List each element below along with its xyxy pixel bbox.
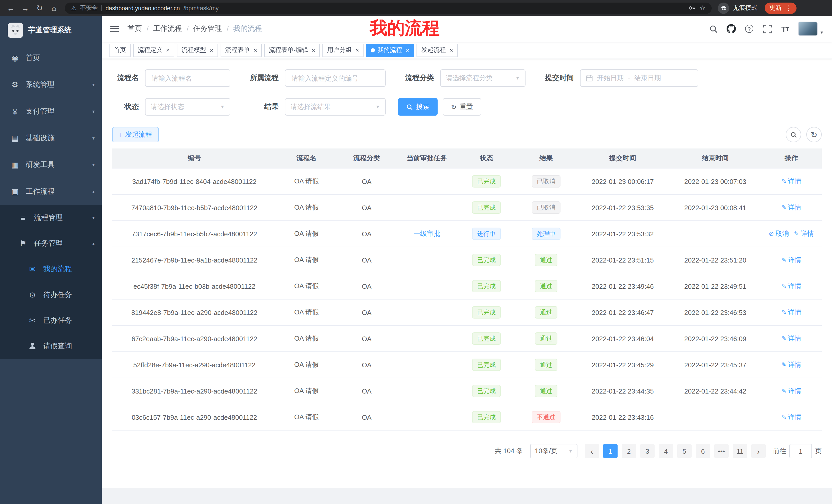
cell-process-name: OA 请假 [277,326,336,352]
sidebar-item-home[interactable]: ◉ 首页 [0,45,102,72]
cell-id: 331bc281-7b9a-11ec-a290-acde48001122 [112,378,277,404]
next-page-button[interactable]: › [751,444,766,458]
browser-chrome: ← → ↻ ⌂ ⚠ 不安全 dashboard.yudao.iocoder.cn… [0,0,832,16]
result-badge: 已取消 [532,201,561,214]
refresh-icon: ↻ [811,130,817,139]
page-button-4[interactable]: 4 [659,444,673,458]
header-search-icon[interactable] [708,24,718,34]
github-icon[interactable] [726,24,736,34]
browser-reload-icon[interactable]: ↻ [33,2,46,14]
sidebar-item-my-process[interactable]: ✉ 我的流程 [0,256,102,282]
tab-close-icon[interactable]: × [166,47,170,54]
create-process-button[interactable]: + 发起流程 [112,127,159,142]
cell-process-name: OA 请假 [277,247,336,273]
browser-forward-icon[interactable]: → [19,2,32,14]
tab-close-icon[interactable]: × [312,47,315,54]
detail-link[interactable]: ✎详情 [781,360,801,369]
current-task-link[interactable]: 一级审批 [413,229,440,239]
fullscreen-icon[interactable] [762,24,772,34]
breadcrumb-workflow[interactable]: 工作流程 [153,24,182,33]
browser-update-button[interactable]: 更新 ⋮ [765,2,797,13]
sidebar-collapse-icon[interactable] [110,26,119,32]
list-icon: ≡ [19,214,28,222]
page-button-6[interactable]: 6 [696,444,710,458]
result-select[interactable]: 请选择流结果 ▼ [285,98,386,116]
detail-link[interactable]: ✎详情 [794,229,814,239]
chevron-down-icon: ▼ [568,449,573,454]
page-button-11[interactable]: 11 [733,444,747,458]
cell-id: 03c6c157-7b9a-11ec-a290-acde48001122 [112,404,277,430]
detail-link[interactable]: ✎详情 [781,413,801,422]
breadcrumb-home[interactable]: 首页 [128,24,142,33]
submit-time-range-picker[interactable]: 开始日期 - 结束日期 [580,69,698,87]
app-logo-row[interactable]: 芋道管理系统 [0,16,102,45]
page-button-3[interactable]: 3 [640,444,655,458]
user-avatar[interactable]: ▼ [798,22,824,36]
process-name-input[interactable] [145,69,230,87]
incognito-badge[interactable]: 无痕模式 [718,2,757,13]
table-row: 331bc281-7b9a-11ec-a290-acde48001122 OA … [112,378,822,404]
incognito-icon [718,2,729,13]
eye-icon: ⊙ [28,290,37,300]
detail-link[interactable]: ✎详情 [781,255,801,264]
tab-close-icon[interactable]: × [254,47,257,54]
refresh-table-button[interactable]: ↻ [806,127,822,142]
tab-process-form[interactable]: 流程表单 × [220,44,262,57]
page-button-2[interactable]: 2 [622,444,636,458]
sidebar-item-process-management[interactable]: ≡ 流程管理 ▾ [0,205,102,231]
tab-close-icon[interactable]: × [355,47,359,54]
status-select[interactable]: 请选择状态 ▼ [145,98,230,116]
page-button-1[interactable]: 1 [603,444,618,458]
sidebar-item-devtools[interactable]: ▦ 研发工具 ▾ [0,151,102,178]
status-badge: 已完成 [472,411,501,423]
tab-close-icon[interactable]: × [406,47,409,54]
bookmark-star-icon[interactable]: ☆ [700,4,705,12]
sidebar-item-infrastructure[interactable]: ▤ 基础设施 ▾ [0,125,102,151]
breadcrumb-task-management[interactable]: 任务管理 [193,24,222,33]
tab-start-process[interactable]: 发起流程 × [417,44,458,57]
sidebar-item-done-tasks[interactable]: ✂ 已办任务 [0,308,102,333]
detail-link[interactable]: ✎详情 [781,386,801,396]
tab-home[interactable]: 首页 [109,44,131,57]
sidebar-item-task-management[interactable]: ⚑ 任务管理 ▴ [0,231,102,256]
tab-process-model[interactable]: 流程模型 × [177,44,218,57]
page-size-select[interactable]: 10条/页 ▼ [530,444,577,458]
password-key-icon[interactable] [688,4,696,12]
sidebar-item-system[interactable]: ⚙ 系统管理 ▾ [0,72,102,98]
tab-my-process[interactable]: 我的流程 × [366,44,414,57]
toggle-search-button[interactable] [786,127,801,142]
cell-id: 819442e8-7b9a-11ec-a290-acde48001122 [112,300,277,325]
sidebar-item-payment[interactable]: ¥ 支付管理 ▾ [0,98,102,125]
sidebar-item-workflow[interactable]: ▣ 工作流程 ▴ [0,178,102,205]
more-pages-button[interactable]: ••• [714,444,729,458]
tab-close-icon[interactable]: × [210,47,213,54]
detail-link[interactable]: ✎详情 [781,282,801,291]
sidebar-item-leave-query[interactable]: 请假查询 [0,333,102,359]
search-button[interactable]: 搜索 [398,98,438,116]
table-row: 03c6c157-7b9a-11ec-a290-acde48001122 OA … [112,404,822,430]
cancel-link[interactable]: ⊘取消 [769,229,789,239]
sidebar-item-todo-tasks[interactable]: ⊙ 待办任务 [0,282,102,308]
help-icon[interactable]: ? [744,24,754,34]
detail-link[interactable]: ✎详情 [781,177,801,186]
tab-process-form-edit[interactable]: 流程表单-编辑 × [264,44,320,57]
address-bar[interactable]: ⚠ 不安全 dashboard.yudao.iocoder.cn/bpm/tas… [65,2,712,13]
prev-page-button[interactable]: ‹ [585,444,599,458]
process-definition-input[interactable] [285,69,386,87]
category-select[interactable]: 请选择流程分类 ▼ [440,69,525,87]
page-button-5[interactable]: 5 [677,444,692,458]
tab-user-group[interactable]: 用户分组 × [322,44,364,57]
goto-page-input[interactable] [789,444,812,458]
detail-link[interactable]: ✎详情 [781,308,801,317]
detail-link[interactable]: ✎详情 [781,203,801,212]
incognito-label: 无痕模式 [733,4,757,12]
tab-label: 流程表单-编辑 [269,46,308,54]
font-size-icon[interactable]: TT [780,24,790,34]
tab-process-definition[interactable]: 流程定义 × [133,44,174,57]
browser-menu-dots-icon[interactable]: ⋮ [785,4,792,12]
reset-button[interactable]: ↻ 重置 [443,98,481,116]
tab-close-icon[interactable]: × [449,47,453,54]
browser-back-icon[interactable]: ← [4,2,18,14]
browser-home-icon[interactable]: ⌂ [47,2,61,14]
detail-link[interactable]: ✎详情 [781,334,801,343]
